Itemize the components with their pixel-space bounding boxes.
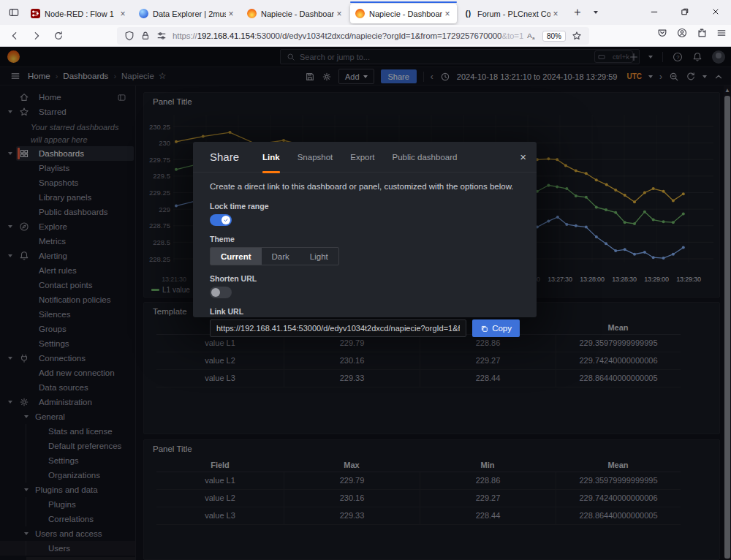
theme-option-current[interactable]: Current bbox=[211, 248, 262, 265]
link-url-input[interactable] bbox=[210, 319, 466, 337]
close-tab-icon[interactable]: × bbox=[442, 9, 452, 19]
tab-title: Napiecie - Dashboards - G bbox=[261, 10, 334, 18]
browser-tab-data-explorer-2muszkiete-2[interactable]: Data Explorer | 2muszkiete× bbox=[134, 4, 240, 23]
modal-title: Share bbox=[210, 151, 239, 163]
close-tab-icon[interactable]: × bbox=[226, 9, 236, 19]
extensions-icon[interactable] bbox=[697, 28, 707, 38]
chevron-down-icon bbox=[594, 11, 598, 14]
plcnext-icon: ( ) bbox=[463, 9, 473, 19]
node-red-icon bbox=[30, 9, 40, 19]
shorten-url-label: Shorten URL bbox=[210, 274, 520, 283]
list-all-tabs-button[interactable] bbox=[588, 4, 604, 21]
toolbar-right-icons bbox=[657, 28, 727, 38]
grafana-icon bbox=[246, 9, 257, 19]
theme-label: Theme bbox=[210, 235, 520, 243]
account-icon[interactable] bbox=[677, 28, 687, 38]
close-tab-icon[interactable]: × bbox=[118, 9, 128, 19]
shorten-url-toggle[interactable] bbox=[210, 287, 232, 298]
window-controls bbox=[639, 0, 731, 23]
window-restore-button[interactable] bbox=[670, 0, 700, 23]
browser-tab-napiecie-dashboards-g-3[interactable]: Napiecie - Dashboards - G× bbox=[242, 4, 349, 23]
copy-label: Copy bbox=[492, 324, 512, 333]
firefox-view-icon bbox=[9, 7, 19, 18]
menu-hamburger-icon[interactable] bbox=[716, 28, 727, 38]
bookmark-star-icon[interactable] bbox=[572, 31, 582, 41]
url-text: https://192.168.41.154:53000/d/edyv1034t… bbox=[173, 31, 523, 40]
browser-toolbar: https://192.168.41.154:53000/d/edyv1034t… bbox=[0, 25, 731, 47]
modal-tab-snapshot[interactable]: Snapshot bbox=[298, 142, 333, 173]
tracking-shield-icon[interactable] bbox=[124, 31, 135, 41]
close-icon bbox=[711, 7, 720, 16]
restore-icon bbox=[681, 7, 689, 16]
svg-text:a: a bbox=[532, 35, 535, 40]
theme-option-dark[interactable]: Dark bbox=[262, 248, 300, 265]
browser-tab-bar: Node-RED : Flow 1×Data Explorer | 2muszk… bbox=[0, 0, 731, 25]
lock-icon[interactable] bbox=[140, 31, 151, 41]
modal-tabs: LinkSnapshotExportPublic dashboard bbox=[262, 142, 457, 173]
modal-tab-link[interactable]: Link bbox=[262, 142, 280, 173]
modal-tab-export[interactable]: Export bbox=[350, 142, 374, 173]
copy-button[interactable]: Copy bbox=[472, 319, 520, 337]
link-url-row: Copy bbox=[210, 319, 520, 337]
close-tab-icon[interactable]: × bbox=[334, 9, 344, 19]
url-path: :53000/d/edyv1034t2dxcd/napiecie?orgId=1… bbox=[254, 31, 501, 40]
browser-tab-forum-plcnext-commu-5[interactable]: ( )Forum - PLCnext Commu× bbox=[458, 4, 565, 23]
modal-body: Create a direct link to this dashboard o… bbox=[193, 173, 537, 337]
back-arrow-icon bbox=[10, 31, 20, 41]
forward-arrow-icon bbox=[31, 31, 42, 41]
new-tab-button[interactable]: + bbox=[569, 4, 586, 21]
close-tab-icon[interactable]: × bbox=[550, 9, 561, 19]
minimize-icon bbox=[650, 7, 659, 16]
link-url-label: Link URL bbox=[210, 307, 520, 316]
modal-close-icon[interactable]: × bbox=[520, 151, 526, 162]
browser-tab-napiecie-dashboards-g-4[interactable]: Napiecie - Dashboards - G× bbox=[350, 4, 457, 23]
back-button[interactable] bbox=[6, 29, 23, 43]
grafana-app: Search or jump to... ctrl+k ? Home›Dashb… bbox=[0, 47, 731, 560]
tab-title: Forum - PLCnext Commu bbox=[477, 10, 550, 18]
browser-tab-node-red-flow-1-1[interactable]: Node-RED : Flow 1× bbox=[26, 4, 132, 23]
url-truncated-tail: &to=17 bbox=[501, 31, 523, 40]
theme-radio-group: CurrentDarkLight bbox=[210, 247, 339, 265]
toggle-knob bbox=[211, 288, 220, 297]
pocket-icon[interactable] bbox=[657, 28, 667, 38]
share-modal: Share LinkSnapshotExportPublic dashboard… bbox=[193, 142, 537, 317]
forward-button[interactable] bbox=[28, 29, 45, 43]
window-minimize-button[interactable] bbox=[639, 0, 670, 23]
translate-icon[interactable]: Aa bbox=[526, 31, 537, 41]
tab-title: Node-RED : Flow 1 bbox=[45, 10, 118, 18]
url-bar[interactable]: https://192.168.41.154:53000/d/edyv1034t… bbox=[117, 27, 589, 45]
reload-icon bbox=[53, 31, 64, 41]
toggle-knob bbox=[221, 216, 230, 224]
lock-time-range-label: Lock time range bbox=[210, 202, 520, 211]
influxdb-icon bbox=[138, 9, 148, 19]
page-zoom-badge[interactable]: 80% bbox=[542, 31, 566, 42]
share-description: Create a direct link to this dashboard o… bbox=[210, 182, 520, 191]
grafana-icon bbox=[355, 9, 365, 19]
copy-icon bbox=[480, 325, 488, 333]
reload-button[interactable] bbox=[50, 29, 67, 43]
modal-tab-public-dashboard[interactable]: Public dashboard bbox=[393, 142, 458, 173]
url-host: 192.168.41.154 bbox=[197, 31, 255, 40]
permissions-icon[interactable] bbox=[156, 31, 167, 41]
window-close-button[interactable] bbox=[700, 0, 731, 23]
screen: Node-RED : Flow 1×Data Explorer | 2muszk… bbox=[0, 0, 731, 560]
firefox-view-button[interactable] bbox=[4, 3, 23, 22]
modal-header: Share LinkSnapshotExportPublic dashboard… bbox=[193, 142, 537, 173]
tab-strip: Node-RED : Flow 1×Data Explorer | 2muszk… bbox=[25, 0, 566, 25]
url-scheme: https:// bbox=[173, 31, 197, 40]
theme-option-light[interactable]: Light bbox=[300, 248, 338, 265]
tab-title: Data Explorer | 2muszkiete bbox=[153, 10, 226, 18]
lock-time-range-toggle[interactable] bbox=[210, 214, 232, 226]
tab-title: Napiecie - Dashboards - G bbox=[369, 10, 442, 18]
